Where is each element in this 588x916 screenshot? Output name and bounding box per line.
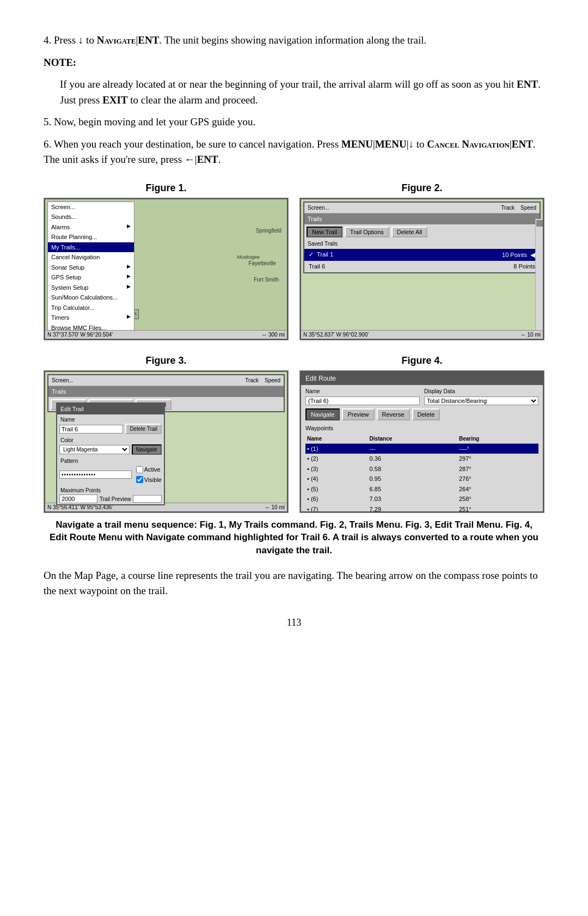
wp6-dist: 7.03	[368, 494, 457, 504]
fig1-coords: N 37°37.570' W 96°20.504'	[47, 331, 113, 339]
figures-row-2: Figure 3. Screen... Track Speed Trails N…	[44, 353, 544, 513]
fig4-name-label: Name	[305, 387, 420, 395]
wp4-bearing: 276°	[457, 474, 538, 484]
menu-sonar-setup: Sonar Setup	[48, 262, 134, 273]
fig3-preview-box	[133, 495, 162, 503]
wp4-name: • (4)	[305, 474, 368, 484]
fig4-reverse-btn[interactable]: Reverse	[377, 408, 410, 420]
page-number: 113	[44, 615, 544, 630]
figures-row-1: Figure 1. Springfield Oklahoma City Fort…	[44, 181, 544, 340]
menu-my-trails: My Trails...	[48, 242, 134, 253]
menu-route-planning: Route Planning...	[48, 232, 134, 242]
fig2-trail6-name: Trail 6	[309, 262, 325, 271]
figures-caption: Navigate a trail menu sequence: Fig. 1, …	[49, 518, 539, 557]
menu-gps-setup: GPS Setup	[48, 272, 134, 283]
fig3-pattern-input[interactable]	[59, 471, 132, 479]
figure-1-block: Figure 1. Springfield Oklahoma City Fort…	[44, 181, 289, 340]
menu-sunmoon: Sun/Moon Calculations...	[48, 292, 134, 303]
fig2-new-trail-btn[interactable]: New Trail	[307, 227, 342, 237]
wp-row-3: • (3) 0.58 287°	[305, 464, 538, 474]
figure-1-image: Springfield Oklahoma City Fort Smith Fay…	[44, 198, 289, 340]
fig2-top-bar: Screen... Track Speed	[304, 203, 540, 213]
fig3-edit-trail-header: Edit Trail	[57, 404, 164, 415]
fig2-gps-screen: Screen... Track Speed Trails New Trail T…	[300, 198, 544, 340]
menu-cancel-nav: Cancel Navigation	[48, 252, 134, 262]
paragraph-2: 5. Now, begin moving and let your GPS gu…	[44, 114, 544, 130]
fig4-name-input[interactable]	[305, 396, 420, 405]
wp3-bearing: 287°	[457, 464, 538, 474]
fig4-display-select[interactable]: Total Distance/Bearing	[424, 396, 538, 405]
fig3-maxpts-input[interactable]	[59, 494, 97, 503]
figure-3-title: Figure 3.	[44, 353, 289, 368]
wp7-name: • (7)	[305, 504, 368, 512]
fig2-saved-label: Saved Trails	[304, 239, 540, 249]
fig4-waypoints-section: Waypoints Name Distance Bearing • (1)	[301, 423, 543, 512]
paragraph-3: 6. When you reach your destination, be s…	[44, 137, 544, 168]
wp5-dist: 6.85	[368, 484, 457, 494]
figure-2-image: Screen... Track Speed Trails New Trail T…	[299, 198, 544, 340]
col-name: Name	[305, 434, 368, 444]
fig2-trail6-row: Trail 6 8 Points	[304, 261, 540, 272]
wp6-name: • (6)	[305, 494, 368, 504]
figure-4-block: Figure 4. Edit Route Name Display Data T…	[299, 353, 544, 513]
fig3-checkboxes: Active Visible	[134, 465, 162, 484]
fig3-pattern-label: Pattern	[57, 456, 164, 465]
menu-sounds: Sounds...	[48, 212, 134, 222]
fig4-action-btns: Navigate Preview Reverse Delete	[301, 406, 543, 423]
fig4-preview-btn[interactable]: Preview	[342, 408, 374, 420]
fig2-trails-dialog: Screen... Track Speed Trails New Trail T…	[303, 201, 541, 273]
fig3-edit-trail-dialog: Edit Trail Name Delete Trail Color Light…	[56, 402, 165, 506]
fig4-navigate-btn[interactable]: Navigate	[305, 408, 340, 420]
menu-system-setup: System Setup	[48, 283, 134, 293]
fig4-display-col: Display Data Total Distance/Bearing	[424, 387, 538, 406]
menu-alarms: Alarms	[48, 222, 134, 233]
fig3-active-checkbox[interactable]	[136, 466, 143, 473]
wp-row-4: • (4) 0.95 276°	[305, 474, 538, 484]
fig2-statusbar: N 35°52.837' W 96°02.900' ↔ 10 mi	[301, 330, 543, 339]
fig3-color-select[interactable]: Light Magenta	[59, 445, 130, 454]
fig3-gps-screen: Screen... Track Speed Trails New Trail T…	[44, 371, 288, 512]
wp3-dist: 0.58	[368, 464, 457, 474]
fig4-waypoints-table: Name Distance Bearing • (1) --- ----°	[305, 434, 538, 512]
fig2-trail1-points: 10 Points ◀	[502, 250, 535, 260]
note-body: If you are already located at or near th…	[60, 77, 544, 108]
fig3-color-row: Light Magenta Navigate	[57, 444, 164, 456]
fig3-top-bar: Screen... Track Speed	[48, 375, 284, 386]
fig3-pattern-row: Active Visible	[57, 465, 164, 485]
wp2-name: • (2)	[305, 454, 368, 464]
fig2-dialog-header: Trails	[304, 213, 540, 225]
fig1-scale: ↔ 300 mi	[261, 331, 285, 339]
wp5-name: • (5)	[305, 484, 368, 494]
wp7-bearing: 251°	[457, 504, 538, 512]
fig3-visible-checkbox[interactable]	[136, 476, 143, 483]
wp6-bearing: 258°	[457, 494, 538, 504]
fig3-name-row: Delete Trail	[57, 424, 164, 435]
figure-2-title: Figure 2.	[299, 181, 544, 196]
wp2-dist: 0.36	[368, 454, 457, 464]
fig2-scale: ↔ 10 mi	[520, 331, 541, 339]
fig2-trail1-row: ✓ Trail 1 10 Points ◀	[304, 249, 540, 261]
city-springfield: Springfield	[256, 227, 281, 235]
figure-4-title: Figure 4.	[299, 353, 544, 368]
fig3-delete-trail-btn[interactable]: Delete Trail	[125, 424, 162, 434]
fig2-trail6-points: 8 Points	[513, 262, 535, 271]
fig3-track-speed: Track Speed	[245, 376, 280, 384]
fig3-maxpts-row: Trail Preview	[57, 494, 164, 504]
fig2-coords: N 35°52.837' W 96°02.900'	[303, 331, 369, 339]
fig3-name-input[interactable]	[59, 425, 123, 433]
wp1-name: • (1)	[305, 443, 368, 454]
fig4-edit-route-dialog: Edit Route Name Display Data Total Dista…	[300, 371, 544, 512]
fig3-color-label: Color	[57, 435, 164, 444]
figure-3-block: Figure 3. Screen... Track Speed Trails N…	[44, 353, 289, 513]
fig2-trail-options-btn[interactable]: Trail Options	[345, 227, 389, 237]
wp3-name: • (3)	[305, 464, 368, 474]
wp-row-7: • (7) 7.29 251°	[305, 504, 538, 512]
fig2-screen-label: Screen...	[308, 204, 329, 212]
fig3-active-label: Active	[144, 465, 161, 474]
fig3-navigate-btn[interactable]: Navigate	[132, 444, 162, 455]
fig4-display-label: Display Data	[424, 387, 538, 395]
figure-2-block: Figure 2. Screen... Track Speed Trails N…	[299, 181, 544, 340]
fig4-delete-btn[interactable]: Delete	[412, 408, 440, 420]
fig3-visible-row: Visible	[134, 475, 162, 485]
fig2-delete-all-btn[interactable]: Delete All	[391, 227, 427, 237]
